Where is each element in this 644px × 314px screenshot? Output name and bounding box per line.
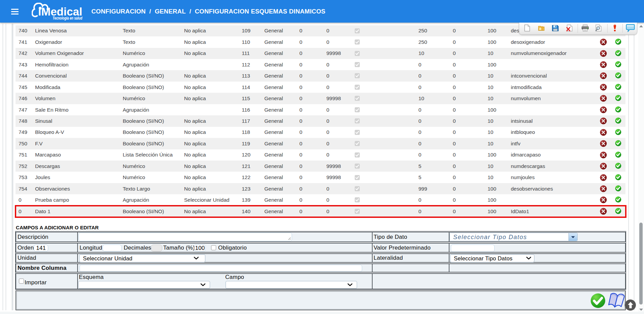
- svg-text:Tecnología en salud: Tecnología en salud: [53, 16, 83, 21]
